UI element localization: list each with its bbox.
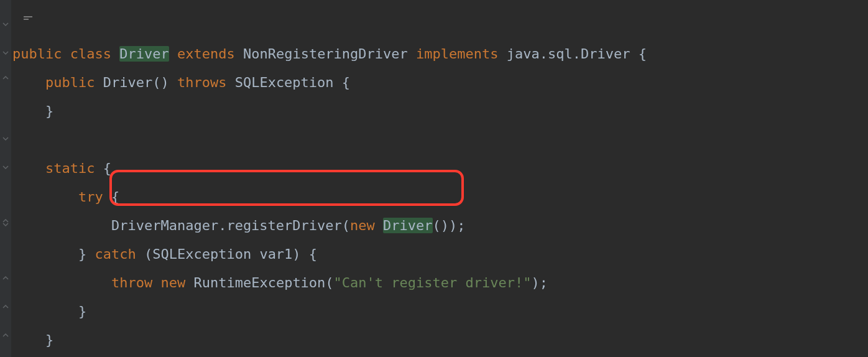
string-literal: "Can't register driver!": [334, 275, 532, 290]
interface-name: java.sql.Driver: [507, 46, 630, 62]
hint-icon: [24, 1, 32, 5]
method-call: DriverManager.registerDriver(: [111, 218, 350, 233]
fold-marker-icon[interactable]: [2, 73, 9, 80]
code-line: }: [12, 97, 647, 126]
keyword-catch: catch: [95, 246, 136, 262]
keyword-throws: throws: [177, 75, 226, 90]
keyword-public: public: [45, 75, 95, 90]
class-name: Driver: [119, 46, 169, 62]
code-line: try {: [12, 183, 647, 211]
exception-ctor: RuntimeException(: [193, 275, 333, 290]
brace-close: }: [78, 246, 95, 262]
fold-marker-icon[interactable]: [2, 216, 9, 223]
fold-marker-icon[interactable]: [2, 137, 9, 143]
call-suffix: ());: [433, 218, 466, 233]
constructor-sig: Driver(): [95, 75, 177, 90]
brace-close: }: [12, 103, 53, 119]
code-editor-content[interactable]: public class Driver extends NonRegisteri…: [12, 11, 647, 357]
keyword-static: static: [45, 160, 95, 176]
keyword-implements: implements: [416, 46, 498, 62]
brace-close: }: [12, 332, 53, 348]
brace: {: [630, 46, 647, 62]
class-ref: Driver: [383, 218, 432, 233]
call-suffix: );: [532, 275, 548, 290]
editor-gutter: [0, 0, 11, 357]
keyword-class: class: [70, 46, 111, 62]
catch-params: (SQLException var1) {: [136, 246, 317, 262]
code-line: public Driver() throws SQLException {: [12, 68, 647, 97]
code-line: throw new RuntimeException("Can't regist…: [12, 269, 647, 297]
keyword-public: public: [12, 46, 62, 62]
keyword-try: try: [78, 189, 103, 205]
keyword-new: new: [160, 275, 185, 290]
code-line: [12, 126, 647, 154]
keyword-extends: extends: [177, 46, 235, 62]
fold-marker-icon[interactable]: [2, 165, 9, 172]
keyword-new: new: [350, 218, 375, 233]
fold-marker-icon[interactable]: [2, 223, 9, 229]
code-line: }: [12, 355, 647, 357]
fold-marker-icon[interactable]: [2, 22, 9, 29]
keyword-throw: throw: [111, 275, 152, 290]
fold-marker-icon[interactable]: [2, 274, 9, 280]
exception-name: SQLException {: [226, 75, 350, 90]
parent-class: NonRegisteringDriver: [243, 46, 408, 62]
fold-marker-icon[interactable]: [2, 302, 9, 308]
code-line: }: [12, 326, 647, 355]
code-line: static {: [12, 154, 647, 183]
code-line: }: [12, 297, 647, 326]
brace: {: [95, 160, 111, 176]
fold-marker-icon[interactable]: [2, 331, 9, 337]
brace-close: }: [12, 304, 86, 319]
code-line: } catch (SQLException var1) {: [12, 240, 647, 269]
fold-marker-icon[interactable]: [2, 51, 9, 57]
brace: {: [103, 189, 120, 205]
code-line: public class Driver extends NonRegisteri…: [12, 40, 647, 68]
code-line: DriverManager.registerDriver(new Driver(…: [12, 211, 647, 240]
